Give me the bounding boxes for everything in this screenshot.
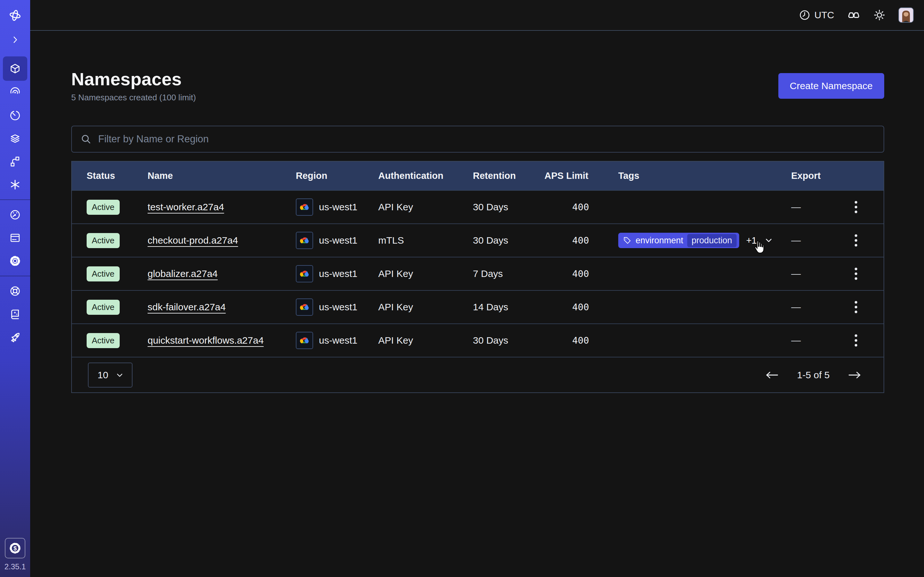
avatar-image [899, 8, 913, 22]
glasses-icon [847, 8, 861, 22]
svg-text:$: $ [13, 545, 17, 552]
sidebar: $ 2.35.1 [0, 0, 30, 577]
aps-limit-value: 400 [544, 235, 589, 246]
retention-value: 30 Days [473, 235, 544, 246]
auth-method: API Key [378, 335, 473, 346]
user-avatar[interactable] [898, 7, 914, 23]
app-version: 2.35.1 [5, 562, 26, 571]
retention-value: 14 Days [473, 301, 544, 313]
sidebar-item-schedules[interactable] [3, 104, 27, 127]
namespace-count-subtitle: 5 Namespaces created (100 limit) [71, 93, 196, 103]
aps-limit-value: 400 [544, 335, 589, 346]
sidebar-item-settings[interactable] [3, 250, 27, 272]
region-label: us-west1 [319, 335, 357, 346]
sidebar-item-usage[interactable] [3, 203, 27, 226]
export-value: — [777, 335, 829, 346]
docs-book-icon [9, 308, 21, 320]
page-title: Namespaces [71, 69, 196, 89]
namespace-link[interactable]: globalizer.a27a4 [148, 268, 218, 279]
row-actions-menu[interactable] [855, 301, 857, 313]
search-input[interactable] [98, 126, 884, 152]
timezone-button[interactable]: UTC [799, 9, 834, 21]
status-badge: Active [87, 300, 120, 315]
table-row: Active quickstart-workflows.a27a4 us-wes… [72, 324, 884, 357]
retention-value: 7 Days [473, 268, 544, 279]
create-namespace-button[interactable]: Create Namespace [779, 73, 884, 99]
namespace-link[interactable]: quickstart-workflows.a27a4 [148, 335, 264, 346]
gcp-cloud-icon [296, 198, 313, 216]
table-row: Active checkout-prod.a27a4 us-west1 [72, 223, 884, 257]
namespaces-cube-icon [9, 63, 21, 74]
export-value: — [777, 235, 829, 246]
tag-value: production [687, 234, 737, 247]
row-actions-menu[interactable] [855, 334, 857, 347]
row-actions-menu[interactable] [855, 268, 857, 280]
namespace-link[interactable]: test-worker.a27a4 [148, 201, 224, 212]
sidebar-item-namespaces[interactable] [3, 56, 27, 81]
col-authentication: Authentication [378, 171, 473, 181]
settings-gear-icon [9, 255, 21, 267]
billing-card-icon [9, 232, 21, 243]
savings-badge-icon: $ [9, 542, 21, 554]
sidebar-item-billing[interactable] [3, 226, 27, 250]
export-value: — [777, 301, 829, 313]
topbar: UTC [30, 0, 924, 31]
sidebar-item-asterisk[interactable] [3, 173, 27, 196]
namespace-link[interactable]: checkout-prod.a27a4 [148, 235, 238, 245]
col-retention: Retention [473, 171, 544, 181]
sidebar-item-support[interactable] [3, 279, 27, 303]
namespace-link[interactable]: sdk-failover.a27a4 [148, 301, 226, 312]
savings-badge-button[interactable]: $ [5, 538, 25, 558]
schedules-timer-icon [9, 110, 21, 121]
col-region: Region [296, 171, 378, 181]
timezone-label: UTC [814, 10, 834, 21]
tag-key: environment [636, 235, 683, 245]
sidebar-item-getting-started[interactable] [3, 326, 27, 349]
gcp-cloud-icon [296, 232, 313, 249]
aps-limit-value: 400 [544, 301, 589, 313]
tag-pill[interactable]: environment production [618, 233, 739, 248]
col-name: Name [148, 171, 296, 181]
table-row: Active globalizer.a27a4 us-west1 [72, 257, 884, 290]
main-content: Namespaces 5 Namespaces created (100 lim… [30, 31, 924, 577]
export-value: — [777, 201, 829, 213]
search-icon [80, 133, 92, 145]
nexus-branch-icon [9, 156, 21, 167]
col-aps-limit: APS Limit [544, 171, 589, 181]
sidebar-divider [0, 199, 30, 200]
row-actions-menu[interactable] [855, 234, 857, 247]
next-page-button[interactable] [848, 370, 862, 380]
table-footer: 10 1-5 of 5 [72, 357, 884, 392]
labs-mode-button[interactable] [847, 8, 861, 22]
support-lifebuoy-icon [9, 285, 21, 297]
region-label: us-west1 [319, 301, 357, 313]
sidebar-expand-button[interactable] [3, 31, 27, 49]
retention-value: 30 Days [473, 201, 544, 213]
page-size-select[interactable]: 10 [88, 363, 132, 388]
tags-expand-chevron-icon[interactable] [764, 235, 774, 245]
clock-icon [799, 9, 811, 21]
gcp-cloud-icon [296, 298, 313, 316]
temporal-logo-icon[interactable] [0, 0, 30, 31]
filter-search[interactable] [71, 126, 884, 153]
chevron-right-icon [10, 35, 20, 45]
sidebar-item-nexus[interactable] [3, 150, 27, 173]
table-row: Active test-worker.a27a4 us-west1 [72, 190, 884, 223]
tag-more-count: +1 [746, 235, 757, 246]
row-actions-menu[interactable] [855, 201, 857, 213]
theme-toggle-button[interactable] [873, 9, 885, 21]
sidebar-item-docs[interactable] [3, 303, 27, 326]
prev-page-button[interactable] [765, 370, 779, 380]
col-tags: Tags [589, 171, 777, 181]
sidebar-item-workflows[interactable] [3, 81, 27, 104]
tag-group: environment production +1 [618, 233, 777, 248]
page-size-value: 10 [97, 370, 108, 380]
col-export: Export [777, 171, 829, 181]
chevron-down-icon [115, 371, 124, 380]
region-label: us-west1 [319, 268, 357, 279]
arrow-right-icon [848, 370, 862, 380]
sidebar-item-deployments[interactable] [3, 127, 27, 150]
usage-gauge-icon [9, 209, 21, 221]
retention-value: 30 Days [473, 335, 544, 346]
auth-method: API Key [378, 301, 473, 313]
